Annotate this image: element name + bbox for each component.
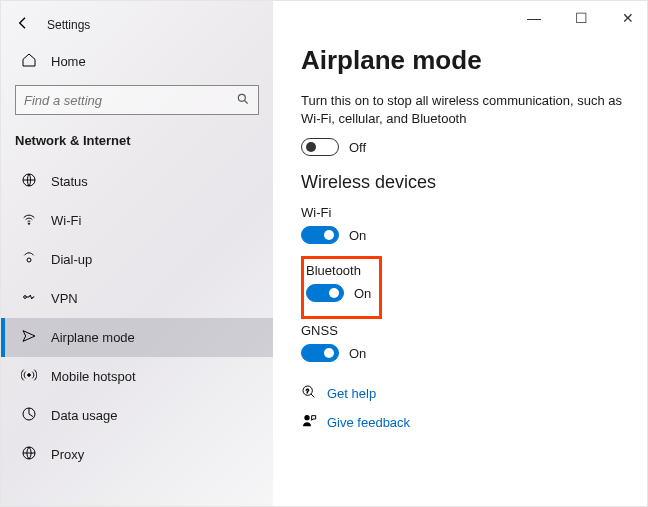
home-label: Home: [51, 54, 86, 69]
link-text: Get help: [327, 386, 376, 401]
gnss-toggle[interactable]: [301, 344, 339, 362]
datausage-icon: [21, 406, 37, 425]
hotspot-icon: [21, 367, 37, 386]
help-icon: ?: [301, 384, 317, 403]
nav-label: Mobile hotspot: [51, 369, 136, 384]
help-links: ? Get help Give feedback: [301, 384, 623, 432]
home-button[interactable]: Home: [1, 44, 273, 79]
vpn-icon: [21, 289, 37, 308]
back-icon[interactable]: [15, 15, 31, 34]
device-bluetooth: Bluetooth On: [306, 263, 371, 302]
page-description: Turn this on to stop all wireless commun…: [301, 92, 623, 128]
svg-point-4: [24, 296, 27, 299]
nav-label: Dial-up: [51, 252, 92, 267]
get-help-link[interactable]: ? Get help: [301, 384, 623, 403]
page-title: Airplane mode: [301, 45, 623, 76]
bluetooth-highlight: Bluetooth On: [301, 256, 382, 319]
link-text: Give feedback: [327, 415, 410, 430]
main-content: — ☐ ✕ Airplane mode Turn this on to stop…: [273, 1, 647, 506]
bluetooth-toggle[interactable]: [306, 284, 344, 302]
device-wifi: Wi-Fi On: [301, 205, 623, 244]
airplane-toggle-label: Off: [349, 140, 366, 155]
nav-label: Wi-Fi: [51, 213, 81, 228]
nav-label: Status: [51, 174, 88, 189]
svg-text:?: ?: [306, 388, 310, 394]
give-feedback-link[interactable]: Give feedback: [301, 413, 623, 432]
svg-point-10: [304, 415, 309, 420]
wireless-heading: Wireless devices: [301, 172, 623, 193]
minimize-button[interactable]: —: [519, 6, 549, 30]
nav-label: VPN: [51, 291, 78, 306]
sidebar: Settings Home Network & Internet Status …: [1, 1, 273, 506]
wifi-toggle[interactable]: [301, 226, 339, 244]
sidebar-item-wifi[interactable]: Wi-Fi: [1, 201, 273, 240]
nav-list: Status Wi-Fi Dial-up VPN Airplane mode M…: [1, 162, 273, 474]
globe-icon: [21, 172, 37, 191]
search-field[interactable]: [24, 93, 236, 108]
device-label: Wi-Fi: [301, 205, 623, 220]
dialup-icon: [21, 250, 37, 269]
svg-point-0: [238, 94, 245, 101]
svg-point-3: [27, 258, 31, 262]
nav-label: Airplane mode: [51, 330, 135, 345]
device-gnss: GNSS On: [301, 323, 623, 362]
wifi-toggle-label: On: [349, 228, 366, 243]
device-label: Bluetooth: [306, 263, 371, 278]
sidebar-item-airplane[interactable]: Airplane mode: [1, 318, 273, 357]
window-controls: — ☐ ✕: [519, 6, 642, 30]
airplane-toggle-row: Off: [301, 138, 623, 156]
sidebar-item-proxy[interactable]: Proxy: [1, 435, 273, 474]
app-title: Settings: [47, 18, 90, 32]
home-icon: [21, 52, 37, 71]
svg-point-2: [28, 223, 29, 224]
gnss-toggle-label: On: [349, 346, 366, 361]
close-button[interactable]: ✕: [614, 6, 642, 30]
airplane-toggle[interactable]: [301, 138, 339, 156]
svg-point-5: [28, 374, 31, 377]
sidebar-item-status[interactable]: Status: [1, 162, 273, 201]
wifi-icon: [21, 211, 37, 230]
feedback-icon: [301, 413, 317, 432]
nav-label: Data usage: [51, 408, 118, 423]
search-input[interactable]: [15, 85, 259, 115]
maximize-button[interactable]: ☐: [567, 6, 596, 30]
search-icon: [236, 92, 250, 109]
sidebar-item-dialup[interactable]: Dial-up: [1, 240, 273, 279]
nav-label: Proxy: [51, 447, 84, 462]
device-label: GNSS: [301, 323, 623, 338]
sidebar-item-datausage[interactable]: Data usage: [1, 396, 273, 435]
section-heading: Network & Internet: [1, 127, 273, 162]
airplane-icon: [21, 328, 37, 347]
proxy-icon: [21, 445, 37, 464]
sidebar-item-vpn[interactable]: VPN: [1, 279, 273, 318]
sidebar-item-hotspot[interactable]: Mobile hotspot: [1, 357, 273, 396]
bluetooth-toggle-label: On: [354, 286, 371, 301]
